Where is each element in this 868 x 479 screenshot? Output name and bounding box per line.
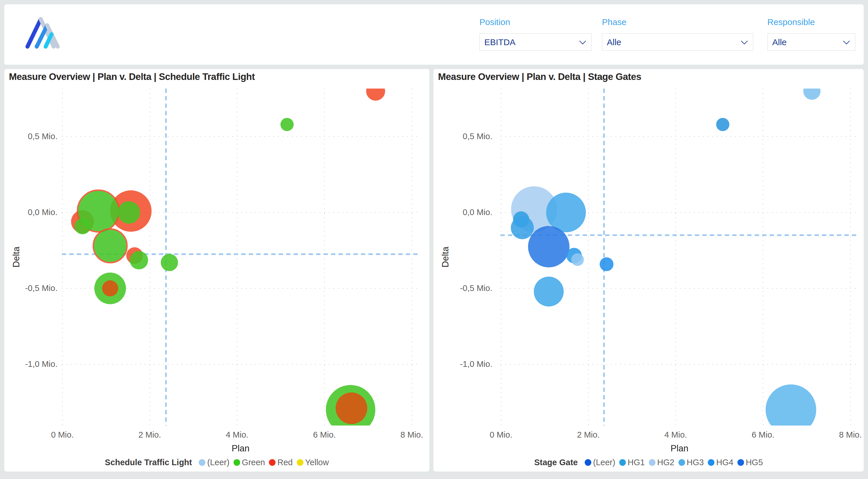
legend-item-HG2[interactable]: HG2 (649, 458, 675, 467)
legend-item-(Leer)[interactable]: (Leer) (199, 458, 229, 467)
x-gridline (501, 89, 501, 425)
chart-title-stage-gates: Measure Overview | Plan v. Delta | Stage… (438, 71, 641, 82)
x-tick-label: 8 Mio. (400, 430, 423, 440)
legend: Stage Gate(Leer)HG1HG2HG3HG4HG5 (433, 458, 864, 467)
filter-phase-label: Phase (602, 17, 753, 27)
legend-item-HG4[interactable]: HG4 (708, 458, 734, 467)
legend-dot-icon (619, 459, 626, 466)
y-tick-label: -0,5 Mio. (443, 284, 492, 293)
bubble-HG3[interactable] (534, 277, 564, 307)
legend-dot-icon (585, 459, 591, 466)
legend-dot-icon (199, 459, 205, 466)
y-tick-label: -0,5 Mio. (9, 284, 58, 293)
legend-item-label: HG3 (687, 458, 704, 467)
legend-item-HG1[interactable]: HG1 (619, 458, 645, 467)
x-axis-title: Plan (231, 443, 249, 454)
filter-position-value: EBITDA (484, 37, 516, 47)
x-tick-label: 6 Mio. (752, 430, 775, 440)
y-tick-label: 0,0 Mio. (9, 207, 58, 217)
legend-item-HG3[interactable]: HG3 (679, 458, 704, 467)
chevron-down-icon[interactable] (842, 40, 850, 45)
x-tick-label: 6 Mio. (313, 430, 336, 440)
x-axis-title: Plan (671, 443, 688, 454)
bubble-HG1[interactable] (716, 118, 730, 131)
legend-title: Stage Gate (534, 458, 578, 467)
plot-area (62, 89, 419, 425)
x-gridline (62, 89, 63, 425)
bubble-(Leer)[interactable] (528, 226, 569, 267)
bubble-HG3[interactable] (766, 384, 816, 425)
bubble-Green[interactable] (93, 228, 128, 263)
filter-responsible-label: Responsible (767, 17, 855, 27)
x-tick-label: 2 Mio. (138, 430, 161, 440)
filter-phase: Phase Alle (602, 17, 753, 51)
filter-phase-dropdown[interactable]: Alle (602, 33, 753, 51)
legend-item-Red[interactable]: Red (269, 458, 292, 467)
legend-item-label: HG4 (716, 458, 734, 467)
chevron-down-icon[interactable] (740, 40, 748, 45)
legend-item-label: HG5 (746, 458, 763, 467)
x-gridline (850, 89, 851, 425)
x-tick-label: 2 Mio. (577, 430, 600, 440)
legend-item-HG5[interactable]: HG5 (737, 458, 763, 467)
x-tick-label: 0 Mio. (51, 430, 74, 440)
legend-item-label: (Leer) (207, 458, 229, 467)
x-gridline (675, 89, 676, 425)
bubble-Green[interactable] (161, 254, 178, 271)
legend-item-label: Yellow (305, 458, 329, 467)
bubble-Green[interactable] (118, 201, 140, 224)
x-gridline (763, 89, 763, 425)
x-tick-label: 4 Mio. (226, 430, 248, 440)
chart-title-traffic-light: Measure Overview | Plan v. Delta | Sched… (9, 71, 255, 82)
legend-item-label: HG1 (627, 458, 645, 467)
avg-line-vertical (603, 89, 605, 425)
bubble-HG4[interactable] (600, 257, 614, 271)
bubble-HG1[interactable] (511, 216, 534, 239)
bubble-Green[interactable] (74, 218, 91, 234)
bubble-Green[interactable] (280, 118, 293, 131)
x-gridline (150, 89, 150, 425)
header-card: Position EBITDA Phase Alle Responsible A… (4, 4, 864, 65)
x-tick-label: 0 Mio. (490, 430, 513, 440)
filter-responsible: Responsible Alle (767, 17, 855, 51)
legend: Schedule Traffic Light(Leer)GreenRedYell… (4, 458, 429, 467)
chart-card-traffic-light: Measure Overview | Plan v. Delta | Sched… (4, 69, 429, 472)
x-gridline (411, 89, 412, 425)
y-tick-label: 0,0 Mio. (443, 207, 492, 217)
legend-dot-icon (649, 459, 655, 466)
bubble-HG3[interactable] (803, 89, 820, 100)
bubble-Red[interactable] (102, 280, 118, 296)
legend-item-label: HG2 (657, 458, 675, 467)
y-tick-label: -1,0 Mio. (443, 359, 492, 369)
x-gridline (324, 89, 325, 425)
bubble-HG2[interactable] (571, 253, 584, 266)
legend-item-(Leer)[interactable]: (Leer) (585, 458, 615, 467)
legend-dot-icon (297, 459, 303, 466)
y-gridline (62, 136, 419, 137)
y-gridline (500, 364, 859, 364)
y-gridline (62, 364, 419, 364)
y-tick-label: 0,5 Mio. (443, 132, 492, 141)
bubble-Red[interactable] (336, 392, 367, 424)
legend-item-label: Green (242, 458, 265, 467)
x-tick-label: 8 Mio. (839, 430, 862, 440)
legend-title: Schedule Traffic Light (105, 458, 192, 467)
legend-item-Yellow[interactable]: Yellow (297, 458, 329, 467)
legend-item-Green[interactable]: Green (234, 458, 265, 467)
chevron-down-icon[interactable] (579, 40, 587, 45)
legend-dot-icon (708, 459, 714, 466)
filter-position-dropdown[interactable]: EBITDA (479, 33, 592, 51)
filter-position-label: Position (479, 17, 592, 27)
legend-dot-icon (234, 459, 240, 466)
legend-dot-icon (679, 459, 685, 466)
filter-responsible-dropdown[interactable]: Alle (767, 33, 855, 51)
bubble-Green[interactable] (130, 251, 148, 269)
bubble-Red[interactable] (366, 89, 385, 101)
y-axis-title: Delta (11, 247, 22, 267)
y-tick-label: 0,5 Mio. (9, 132, 58, 141)
legend-item-label: Red (277, 458, 292, 467)
x-gridline (237, 89, 237, 425)
filter-position: Position EBITDA (479, 17, 592, 51)
y-axis-title: Delta (440, 247, 451, 267)
legend-dot-icon (269, 459, 276, 466)
